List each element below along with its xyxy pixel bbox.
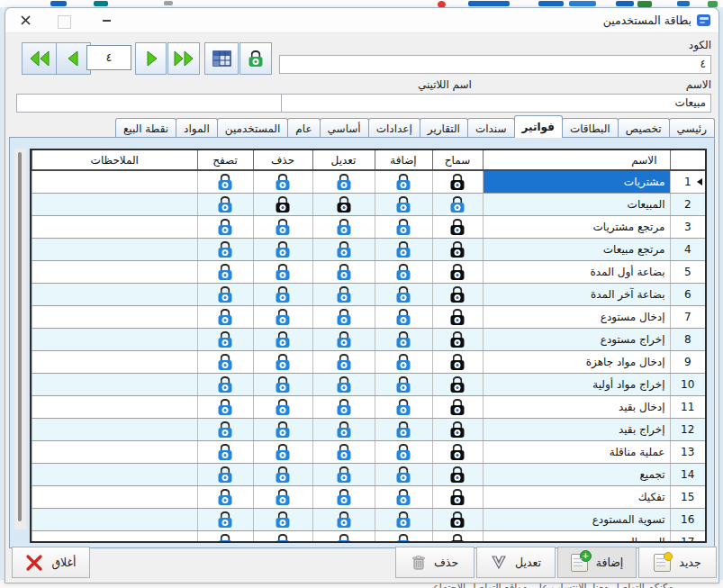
lock-icon[interactable] xyxy=(336,534,351,543)
lock-icon[interactable] xyxy=(276,534,291,543)
lock-icon[interactable] xyxy=(450,444,465,460)
record-number-input[interactable]: ٤ xyxy=(86,45,131,70)
table-row[interactable]: 13عملية مناقلة xyxy=(32,441,706,464)
delete-cell[interactable] xyxy=(253,170,312,194)
lock-icon[interactable] xyxy=(218,174,233,190)
browse-cell[interactable] xyxy=(197,239,253,261)
browse-cell[interactable] xyxy=(197,216,253,239)
lock-icon[interactable] xyxy=(218,421,233,438)
browse-cell[interactable] xyxy=(197,306,253,329)
row-number[interactable]: 10 xyxy=(670,374,705,396)
lock-icon[interactable] xyxy=(218,489,233,505)
browse-cell[interactable] xyxy=(197,351,253,374)
browse-cell[interactable] xyxy=(197,464,253,486)
lock-icon[interactable] xyxy=(396,354,411,370)
delete-cell[interactable] xyxy=(253,284,312,306)
first-record-button[interactable] xyxy=(22,42,57,75)
row-number[interactable]: 14 xyxy=(670,464,705,486)
lock-icon[interactable] xyxy=(218,511,233,528)
add-cell[interactable] xyxy=(375,531,432,544)
notes-cell[interactable] xyxy=(32,351,198,374)
allow-cell[interactable] xyxy=(432,486,483,509)
lock-icon[interactable] xyxy=(450,309,465,325)
table-row[interactable]: 15تفكيك xyxy=(32,486,706,509)
browse-cell[interactable] xyxy=(197,509,253,531)
table-row[interactable]: 3مرتجع مشتريات xyxy=(32,216,706,239)
edit-button[interactable]: تعديل xyxy=(476,547,556,578)
table-row[interactable]: 16تسوية المستودع xyxy=(32,509,706,531)
edit-cell[interactable] xyxy=(312,170,375,194)
lock-icon[interactable] xyxy=(276,466,291,483)
add-cell[interactable] xyxy=(375,351,432,374)
allow-cell[interactable] xyxy=(432,374,483,396)
lock-icon[interactable] xyxy=(396,331,411,348)
edit-cell[interactable] xyxy=(312,239,375,261)
lock-icon[interactable] xyxy=(396,421,411,438)
delete-cell[interactable] xyxy=(253,531,312,544)
lock-icon[interactable] xyxy=(450,264,465,280)
add-cell[interactable] xyxy=(375,396,432,419)
allow-cell[interactable] xyxy=(432,329,483,351)
edit-cell[interactable] xyxy=(312,329,375,351)
tab-12[interactable]: نقطة البيع xyxy=(115,118,176,138)
restore-icon[interactable] xyxy=(58,15,71,29)
notes-cell[interactable] xyxy=(32,531,198,544)
lock-icon[interactable] xyxy=(396,444,411,460)
lock-icon[interactable] xyxy=(218,354,233,370)
lock-icon[interactable] xyxy=(336,376,351,393)
lock-icon[interactable] xyxy=(218,444,233,460)
browse-cell[interactable] xyxy=(197,531,253,544)
lock-icon[interactable] xyxy=(336,421,351,438)
row-name[interactable]: مرتجع مشتريات xyxy=(483,216,670,239)
last-record-button[interactable] xyxy=(167,42,200,75)
edit-cell[interactable] xyxy=(312,374,375,396)
lock-icon[interactable] xyxy=(218,286,233,303)
delete-cell[interactable] xyxy=(253,396,312,419)
lock-icon[interactable] xyxy=(450,196,465,213)
lock-icon[interactable] xyxy=(450,241,465,258)
tab-5[interactable]: سندات xyxy=(467,118,515,138)
delete-cell[interactable] xyxy=(253,329,312,351)
table-row[interactable]: 11إدخال بقيد xyxy=(32,396,706,419)
row-name[interactable]: إخراج بقيد xyxy=(483,419,670,441)
allow-cell[interactable] xyxy=(432,419,483,441)
lock-icon[interactable] xyxy=(276,354,291,370)
allow-cell[interactable] xyxy=(432,306,483,329)
allow-cell[interactable] xyxy=(432,261,483,284)
edit-cell[interactable] xyxy=(312,486,375,509)
edit-cell[interactable] xyxy=(312,464,375,486)
lock-icon[interactable] xyxy=(450,466,465,483)
notes-cell[interactable] xyxy=(32,464,198,486)
notes-cell[interactable] xyxy=(32,306,198,329)
delete-cell[interactable] xyxy=(253,239,312,261)
lock-icon[interactable] xyxy=(336,286,351,303)
lock-icon[interactable] xyxy=(276,174,291,190)
add-cell[interactable] xyxy=(375,441,432,464)
lock-icon[interactable] xyxy=(276,264,291,280)
allow-cell[interactable] xyxy=(432,284,483,306)
add-cell[interactable] xyxy=(375,170,432,194)
row-number[interactable]: 13 xyxy=(670,441,705,464)
new-button[interactable]: جديد xyxy=(638,547,717,578)
lock-icon[interactable] xyxy=(396,376,411,393)
row-number[interactable]: 9 xyxy=(670,351,705,374)
allow-cell[interactable] xyxy=(432,464,483,486)
notes-cell[interactable] xyxy=(32,441,198,464)
lock-icon[interactable] xyxy=(396,174,411,190)
row-number[interactable]: 2 xyxy=(670,194,705,216)
add-cell[interactable] xyxy=(375,284,432,306)
delete-cell[interactable] xyxy=(253,194,312,216)
lock-icon[interactable] xyxy=(336,444,351,460)
add-cell[interactable] xyxy=(375,261,432,284)
add-button[interactable]: إضافة + xyxy=(557,547,637,578)
add-cell[interactable] xyxy=(375,509,432,531)
row-number[interactable]: 16 xyxy=(670,509,705,531)
lock-icon[interactable] xyxy=(450,174,465,190)
lock-icon[interactable] xyxy=(276,489,291,505)
notes-cell[interactable] xyxy=(32,170,198,194)
lock-icon[interactable] xyxy=(336,354,351,370)
add-cell[interactable] xyxy=(375,329,432,351)
row-number[interactable]: 3 xyxy=(670,216,705,239)
edit-cell[interactable] xyxy=(312,531,375,544)
row-name[interactable]: تجميع xyxy=(483,464,670,486)
